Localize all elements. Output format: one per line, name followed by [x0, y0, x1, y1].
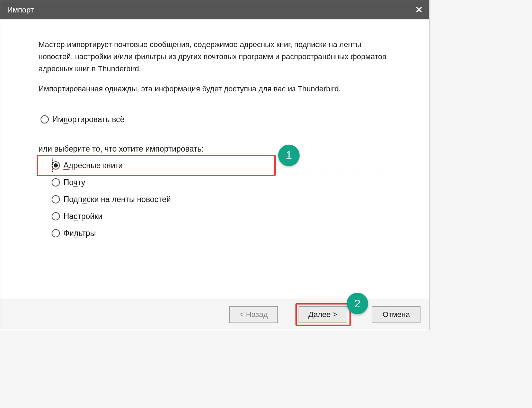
radio-feeds-label: Подписки на ленты новостей	[63, 195, 171, 204]
radio-import-all[interactable]: Импортировать всё	[41, 114, 393, 125]
radio-settings[interactable]: Настройки	[52, 211, 393, 222]
next-button[interactable]: Далее >	[299, 306, 347, 323]
radio-filters-label: Фильтры	[63, 229, 96, 238]
radio-icon	[52, 178, 60, 187]
close-icon[interactable]: ✕	[415, 5, 423, 15]
radio-icon	[52, 229, 60, 237]
radio-icon	[52, 195, 60, 203]
radio-filters[interactable]: Фильтры	[52, 228, 393, 239]
dialog-footer: 2 < Назад Далее > Отмена	[0, 299, 429, 330]
import-type-group: 1 Адресные книги Почту Подписки на ленты…	[38, 160, 393, 239]
radio-icon	[41, 115, 49, 124]
radio-mail-label: Почту	[63, 178, 85, 187]
annotation-badge-1: 1	[278, 145, 300, 166]
prompt-select: или выберите то, что хотите импортироват…	[38, 144, 393, 154]
radio-import-all-label: Импортировать всё	[52, 115, 124, 124]
dialog-content: Мастер импортирует почтовые сообщения, с…	[0, 19, 429, 299]
cancel-button[interactable]: Отмена	[372, 306, 420, 323]
radio-feeds[interactable]: Подписки на ленты новостей	[52, 194, 393, 205]
titlebar: Импорт ✕	[0, 0, 429, 19]
annotation-badge-2: 2	[347, 293, 368, 314]
radio-icon	[52, 161, 60, 170]
radio-mail[interactable]: Почту	[52, 177, 393, 188]
radio-settings-label: Настройки	[63, 212, 103, 221]
radio-addressbooks[interactable]: Адресные книги	[52, 160, 393, 171]
radio-icon	[52, 212, 60, 220]
back-button: < Назад	[229, 306, 278, 323]
window-title: Импорт	[7, 6, 34, 15]
radio-addressbooks-label: Адресные книги	[63, 161, 123, 170]
description-2: Импортированная однажды, эта информация …	[38, 83, 393, 95]
description-1: Мастер импортирует почтовые сообщения, с…	[38, 38, 393, 75]
